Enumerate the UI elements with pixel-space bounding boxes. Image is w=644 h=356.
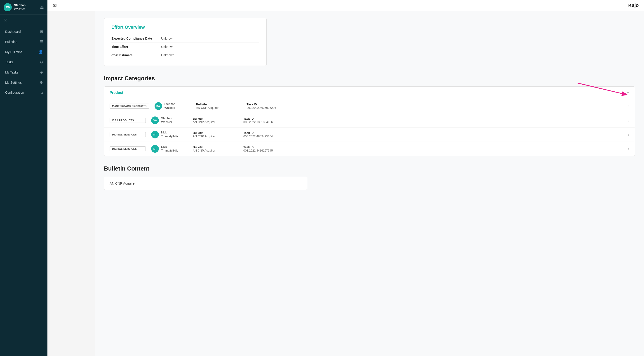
compliance-label: Expected Compliance Date — [112, 37, 161, 40]
settings-icon: ⚙ — [40, 80, 43, 85]
effort-row-cost: Cost Estimate Unknown — [112, 51, 259, 59]
bulletin-content-box: AN CNP Acquirer — [104, 177, 307, 190]
sidebar-item-my-tasks[interactable]: My Tasks ⊙ — [0, 67, 48, 77]
sidebar-label-dashboard: Dashboard — [5, 30, 40, 34]
row-arrow-2[interactable]: › — [628, 118, 629, 123]
bulletin-content-section: Bulletin Content AN CNP Acquirer — [104, 165, 635, 190]
cost-estimate-label: Cost Estimate — [112, 53, 161, 57]
tag-visa: VISA PRODUCTS — [110, 118, 146, 123]
tasks-icon: ⊙ — [40, 60, 43, 64]
effort-row-time: Time Effort Unknown — [112, 43, 259, 51]
sidebar-label-my-bulletins: My Bulletins — [5, 50, 38, 54]
row-arrow-1[interactable]: › — [628, 104, 629, 109]
tag-mastercard: MASTERCARD PRODUCTS — [110, 104, 149, 109]
user-cell-1: SW StephanWächter — [154, 102, 191, 110]
impact-categories-section: Impact Categories Product + MASTERCARD P… — [104, 75, 635, 156]
close-icon[interactable]: ✕ — [4, 18, 8, 23]
user-surname: Wächter — [14, 7, 40, 11]
taskid-label-1: Task ID — [247, 103, 292, 106]
dashboard-icon: ⊞ — [40, 30, 43, 34]
bulletin-cell-1: Bulletin AN CNP Acquirer — [196, 103, 241, 110]
user-name-4: NickTriantafyllidis — [161, 145, 178, 153]
sidebar-item-bulletins[interactable]: Bulletins ☰ — [0, 37, 48, 47]
impact-categories-title: Impact Categories — [104, 75, 635, 82]
effort-row-compliance: Expected Compliance Date Unknown — [112, 34, 259, 43]
user-avatar-nt-2: NT — [151, 145, 159, 153]
impact-row-1: MASTERCARD PRODUCTS SW StephanWächter Bu… — [104, 99, 635, 113]
sidebar-item-my-settings[interactable]: My Settings ⚙ — [0, 77, 48, 88]
sidebar-label-configuration: Configuration — [5, 91, 41, 94]
sidebar-item-my-bulletins[interactable]: My Bulletins 👤 — [0, 47, 48, 57]
sidebar-item-tasks[interactable]: Tasks ⊙ — [0, 57, 48, 67]
bulletins-icon: ☰ — [40, 40, 43, 44]
taskid-cell-3: Task ID 003.2022.4889495654 — [243, 131, 288, 138]
product-label: Product — [110, 91, 123, 95]
user-cell-2: SW StephanWächter — [151, 117, 187, 124]
bulletin-sub-1: AN CNP Acquirer — [196, 106, 241, 110]
bulletin-cell-3: Bulletin AN CNP Acquirer — [193, 131, 238, 138]
main-content: Effort Overview Expected Compliance Date… — [95, 11, 644, 356]
taskid-value-2: 003.2022.1361334066 — [243, 120, 288, 124]
sidebar-label-my-tasks: My Tasks — [5, 71, 40, 74]
sidebar-label-tasks: Tasks — [5, 60, 40, 64]
cost-estimate-value: Unknown — [161, 53, 174, 57]
bulletin-label-4: Bulletin — [193, 145, 238, 149]
user-name-1: StephanWächter — [164, 102, 175, 110]
brand-name: Kajo — [628, 3, 638, 8]
user-cell-4: NT NickTriantafyllidis — [151, 145, 187, 153]
sidebar-item-dashboard[interactable]: Dashboard ⊞ — [0, 27, 48, 37]
effort-overview-card: Effort Overview Expected Compliance Date… — [104, 18, 267, 66]
sidebar-close-area: ✕ — [0, 15, 48, 26]
my-tasks-icon: ⊙ — [40, 70, 43, 74]
tag-digital-1: DIGITAL SERVICES — [110, 132, 146, 137]
mail-icon[interactable]: ✉ — [53, 3, 57, 8]
sidebar-label-bulletins: Bulletins — [5, 40, 40, 44]
time-effort-label: Time Effort — [112, 45, 161, 49]
time-effort-value: Unknown — [161, 45, 174, 49]
impact-row-2: VISA PRODUCTS SW StephanWächter Bulletin… — [104, 113, 635, 128]
taskid-label-3: Task ID — [243, 131, 288, 135]
bulletin-label-2: Bulletin — [193, 117, 238, 120]
bulletin-cell-2: Bulletin AN CNP Acquirer — [193, 117, 238, 124]
topbar-left: ✉ — [53, 3, 57, 8]
user-avatar-sw-1: SW — [154, 102, 162, 110]
sidebar-label-my-settings: My Settings — [5, 81, 40, 84]
sidebar-nav: Dashboard ⊞ Bulletins ☰ My Bulletins 👤 T… — [0, 26, 48, 356]
user-name-2: StephanWächter — [161, 117, 172, 124]
product-card: Product + MASTERCARD PRODUCTS SW Stephan… — [104, 86, 635, 156]
row-arrow-3[interactable]: › — [628, 132, 629, 137]
sidebar: SW Stephan Wächter ⏏ ✕ Dashboard ⊞ Bulle… — [0, 0, 48, 356]
impact-row-4: DIGITAL SERVICES NT NickTriantafyllidis … — [104, 142, 635, 156]
bulletin-label-3: Bulletin — [193, 131, 238, 135]
bulletin-sub-4: AN CNP Acquirer — [193, 149, 238, 152]
taskid-label-4: Task ID — [243, 145, 288, 149]
bulletin-label-1: Bulletin — [196, 103, 241, 106]
user-cell-3: NT NickTriantafyllidis — [151, 131, 187, 138]
taskid-value-4: 003.2022.4416257545 — [243, 149, 288, 152]
taskid-cell-1: Task ID 003.2022.4626936226 — [247, 103, 292, 110]
user-info: Stephan Wächter — [14, 4, 40, 11]
topbar: ✉ Kajo — [48, 0, 644, 11]
row-arrow-4[interactable]: › — [628, 147, 629, 151]
user-avatar-nt-1: NT — [151, 131, 159, 138]
user-name-3: NickTriantafyllidis — [161, 131, 178, 138]
configuration-icon: ⌂ — [41, 91, 43, 95]
logout-icon[interactable]: ⏏ — [40, 5, 44, 10]
product-header: Product + — [104, 87, 635, 99]
taskid-value-1: 003.2022.4626936226 — [247, 106, 292, 110]
user-avatar-sw-2: SW — [151, 117, 159, 124]
impact-row-3: DIGITAL SERVICES NT NickTriantafyllidis … — [104, 128, 635, 142]
bulletin-sub-3: AN CNP Acquirer — [193, 135, 238, 138]
bulletin-cell-4: Bulletin AN CNP Acquirer — [193, 145, 238, 152]
my-bulletins-icon: 👤 — [38, 50, 43, 54]
tag-digital-2: DIGITAL SERVICES — [110, 146, 146, 151]
add-product-button[interactable]: + — [626, 90, 629, 95]
bulletin-content-title: Bulletin Content — [104, 165, 635, 172]
effort-overview-title: Effort Overview — [112, 25, 259, 30]
taskid-label-2: Task ID — [243, 117, 288, 120]
sidebar-item-configuration[interactable]: Configuration ⌂ — [0, 88, 48, 98]
user-name: Stephan — [14, 4, 40, 7]
taskid-cell-2: Task ID 003.2022.1361334066 — [243, 117, 288, 124]
sidebar-header: SW Stephan Wächter ⏏ — [0, 0, 48, 15]
user-avatar: SW — [4, 3, 12, 11]
